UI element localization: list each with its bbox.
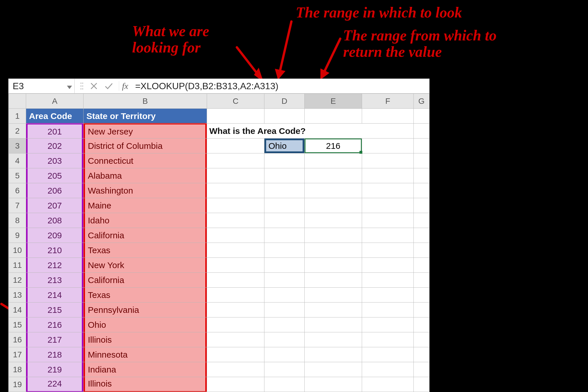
cell[interactable]	[414, 317, 429, 332]
cell[interactable]	[305, 303, 362, 317]
cell[interactable]	[207, 153, 264, 168]
cell[interactable]	[264, 109, 304, 123]
row-header[interactable]: 13	[9, 288, 26, 303]
area-code-cell[interactable]: 219	[26, 362, 83, 377]
cell[interactable]	[207, 317, 264, 332]
cell[interactable]	[207, 332, 264, 347]
cell[interactable]	[264, 153, 304, 168]
cell[interactable]	[305, 332, 362, 347]
area-code-cell[interactable]: 206	[26, 183, 83, 198]
cell[interactable]	[414, 168, 429, 183]
state-cell[interactable]: California	[84, 228, 207, 243]
cell[interactable]	[414, 362, 429, 377]
row-header[interactable]: 15	[9, 317, 26, 332]
cell[interactable]	[305, 273, 362, 287]
cell[interactable]	[264, 377, 304, 392]
area-code-cell[interactable]: 213	[26, 273, 83, 287]
cell[interactable]	[362, 347, 413, 362]
result-cell[interactable]: 216	[305, 139, 362, 153]
state-cell[interactable]: Ohio	[84, 317, 207, 332]
cell[interactable]	[362, 243, 413, 258]
row-header[interactable]: 18	[9, 362, 26, 377]
column-header-D[interactable]: D	[264, 94, 305, 109]
area-code-cell[interactable]: 203	[26, 153, 83, 168]
cell[interactable]	[264, 303, 304, 317]
state-cell[interactable]: Texas	[84, 243, 207, 258]
cell[interactable]	[264, 213, 304, 228]
cell[interactable]	[305, 288, 362, 302]
cell[interactable]	[207, 273, 264, 287]
cell[interactable]	[414, 228, 429, 243]
column-header-E[interactable]: E	[305, 94, 362, 109]
cell[interactable]	[207, 139, 264, 153]
cell[interactable]	[305, 317, 362, 332]
row-header[interactable]: 4	[9, 153, 26, 168]
cell[interactable]	[305, 109, 362, 123]
cell[interactable]	[362, 273, 413, 287]
row-header[interactable]: 2	[9, 124, 26, 139]
cell[interactable]	[207, 303, 264, 317]
row-header[interactable]: 19	[9, 377, 26, 392]
cell[interactable]	[305, 377, 362, 392]
cell[interactable]	[305, 183, 362, 198]
cell[interactable]	[207, 168, 264, 183]
state-cell[interactable]: Alabama	[84, 168, 207, 183]
column-header-B[interactable]: B	[84, 94, 207, 109]
state-cell[interactable]: New Jersey	[84, 123, 207, 139]
cell[interactable]	[207, 183, 264, 198]
cell[interactable]	[305, 228, 362, 243]
cell[interactable]	[305, 243, 362, 258]
cell[interactable]	[207, 213, 264, 228]
fill-handle[interactable]	[359, 151, 362, 154]
row-header[interactable]: 14	[9, 303, 26, 317]
cell[interactable]	[264, 332, 304, 347]
row-header[interactable]: 11	[9, 258, 26, 273]
cell[interactable]	[414, 139, 429, 153]
area-code-cell[interactable]: 210	[26, 243, 83, 258]
fx-label[interactable]: fx	[119, 81, 131, 91]
area-code-cell[interactable]: 224	[26, 377, 83, 392]
column-header-G[interactable]: G	[414, 94, 430, 109]
state-cell[interactable]: Pennsylvania	[84, 303, 207, 317]
cell[interactable]	[264, 183, 304, 198]
cell[interactable]	[362, 168, 413, 183]
cell[interactable]	[414, 377, 429, 392]
cell[interactable]	[362, 258, 413, 272]
state-cell[interactable]: California	[84, 273, 207, 287]
cell[interactable]	[414, 153, 429, 168]
cell[interactable]	[362, 332, 413, 347]
cell[interactable]	[264, 228, 304, 243]
cell[interactable]	[362, 288, 413, 302]
state-cell[interactable]: Connecticut	[84, 153, 207, 168]
row-header[interactable]: 16	[9, 332, 26, 347]
row-header[interactable]: 17	[9, 347, 26, 362]
cell[interactable]	[414, 332, 429, 347]
row-header[interactable]: 1	[9, 109, 26, 124]
cell[interactable]	[414, 303, 429, 317]
cell[interactable]	[362, 198, 413, 213]
cell[interactable]	[207, 362, 264, 377]
cell[interactable]	[362, 228, 413, 243]
cell[interactable]	[362, 377, 413, 392]
cell[interactable]	[305, 213, 362, 228]
cell[interactable]	[414, 288, 429, 302]
cell[interactable]	[414, 243, 429, 258]
area-code-cell[interactable]: 209	[26, 228, 83, 243]
cell[interactable]	[305, 362, 362, 377]
state-cell[interactable]: Texas	[84, 288, 207, 302]
row-header[interactable]: 9	[9, 228, 26, 243]
row-header[interactable]: 12	[9, 273, 26, 288]
cell[interactable]	[305, 347, 362, 362]
cell[interactable]	[264, 273, 304, 287]
row-header[interactable]: 5	[9, 168, 26, 183]
cell[interactable]	[305, 258, 362, 272]
cell[interactable]	[305, 168, 362, 183]
area-code-cell[interactable]: 201	[26, 123, 83, 139]
area-code-cell[interactable]: 216	[26, 317, 83, 332]
cell[interactable]	[264, 347, 304, 362]
cell[interactable]	[207, 228, 264, 243]
lookup-value-cell[interactable]: Ohio	[264, 139, 304, 153]
area-code-cell[interactable]: 215	[26, 303, 83, 317]
cell[interactable]	[207, 258, 264, 272]
cell[interactable]	[207, 198, 264, 213]
